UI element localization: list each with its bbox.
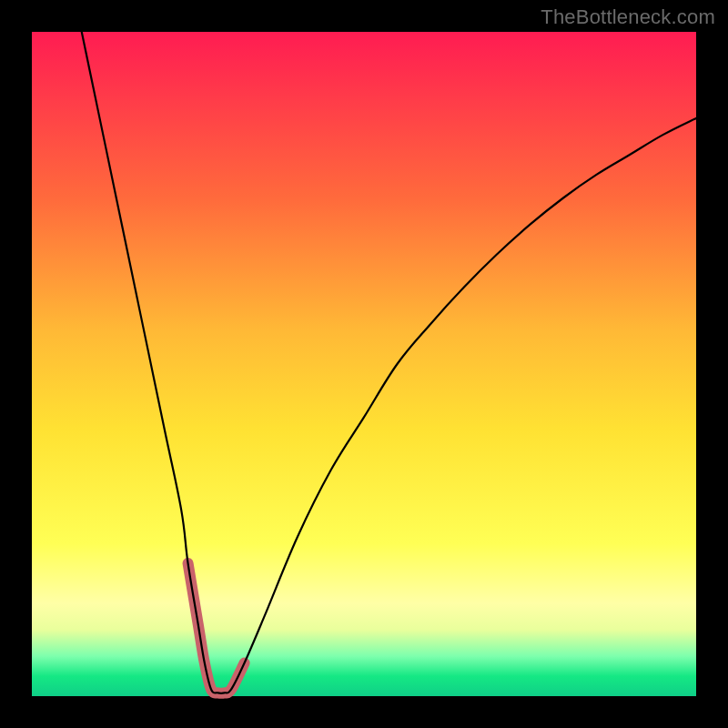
plot-area [32,32,696,696]
chart-frame: TheBottleneck.com [0,0,728,728]
bottleneck-curve [82,32,696,693]
highlight-segment [188,563,245,693]
curve-layer [32,32,696,696]
watermark-text: TheBottleneck.com [541,5,715,29]
